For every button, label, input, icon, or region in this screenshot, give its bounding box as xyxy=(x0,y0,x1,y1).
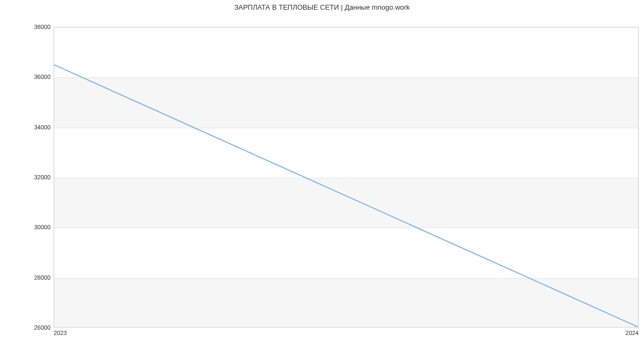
series-line xyxy=(54,65,638,327)
x-tick-label: 2024 xyxy=(626,330,639,336)
y-tick-label: 34000 xyxy=(0,124,50,130)
chart-title: ЗАРПЛАТА В ТЕПЛОВЫЕ СЕТИ | Данные mnogo.… xyxy=(0,3,644,11)
y-tick-label: 32000 xyxy=(0,174,50,180)
y-tick-label: 28000 xyxy=(0,274,50,281)
plot-area xyxy=(54,27,639,328)
y-tick-label: 30000 xyxy=(0,224,50,230)
y-tick-label: 26000 xyxy=(0,324,50,331)
y-tick-label: 38000 xyxy=(0,24,50,30)
x-tick-label: 2023 xyxy=(54,330,67,336)
line-series xyxy=(54,27,638,327)
y-tick-label: 36000 xyxy=(0,74,50,80)
chart-stage: ЗАРПЛАТА В ТЕПЛОВЫЕ СЕТИ | Данные mnogo.… xyxy=(0,0,644,349)
